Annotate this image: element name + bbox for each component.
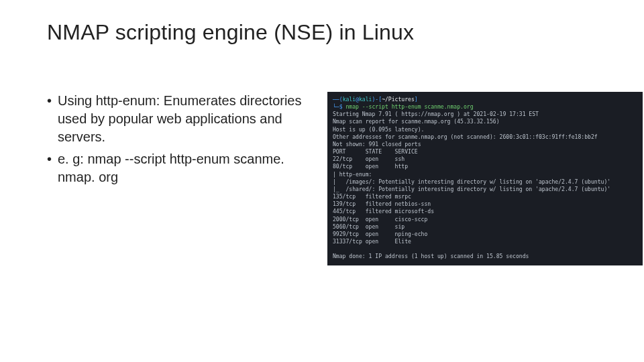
- slide-title: NMAP scripting engine (NSE) in Linux: [47, 20, 604, 45]
- bullet-item: • Using http-enum: Enumerates directorie…: [47, 92, 315, 146]
- bullet-list: • Using http-enum: Enumerates directorie…: [47, 92, 315, 190]
- slide: NMAP scripting engine (NSE) in Linux • U…: [0, 0, 644, 362]
- bullet-text: Using http-enum: Enumerates directories …: [58, 92, 315, 146]
- bullet-item: • e. g: nmap --script http-enum scanme. …: [47, 150, 315, 186]
- terminal-wrap: ──(kali@kali)-[~/Pictures] └─$ nmap --sc…: [327, 92, 643, 265]
- terminal-output: ──(kali@kali)-[~/Pictures] └─$ nmap --sc…: [327, 92, 643, 265]
- bullet-dot: •: [47, 150, 58, 186]
- bullet-text: e. g: nmap --script http-enum scanme. nm…: [58, 150, 315, 186]
- bullet-dot: •: [47, 92, 58, 146]
- slide-body: • Using http-enum: Enumerates directorie…: [47, 92, 604, 265]
